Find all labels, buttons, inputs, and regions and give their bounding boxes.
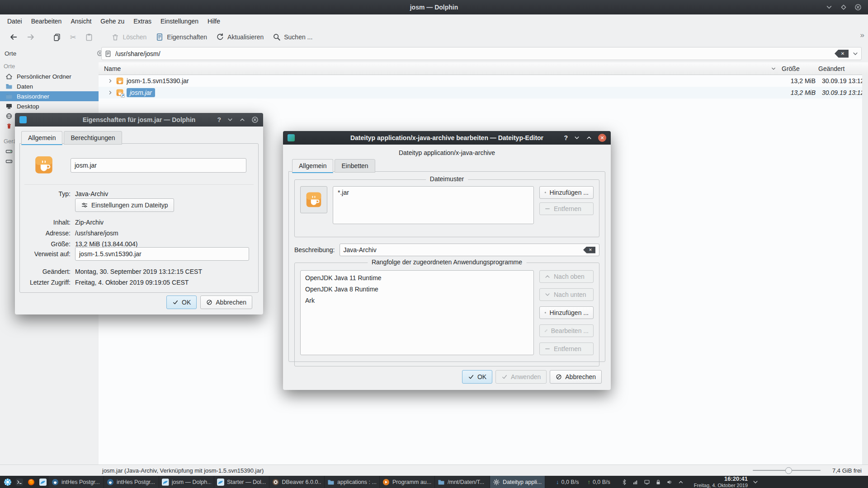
location-path[interactable]: /usr/share/josm/ xyxy=(115,50,831,57)
display-icon[interactable] xyxy=(644,479,650,485)
task-button[interactable]: intHes Postgr... xyxy=(49,476,104,488)
paste-button[interactable] xyxy=(81,30,97,44)
firefox-launcher[interactable] xyxy=(25,476,37,488)
add-app-button[interactable]: Hinzufügen ... xyxy=(539,306,594,319)
maximize-icon[interactable] xyxy=(239,117,245,123)
file-row-jar[interactable]: josm-1.5.svn15390.jar 13,2 MiB 30.09.19 … xyxy=(99,75,868,87)
filename-field[interactable]: josm.jar xyxy=(71,158,246,173)
delete-button[interactable]: Löschen xyxy=(107,30,151,44)
remove-pattern-button[interactable]: Entfernen xyxy=(539,202,594,215)
network-monitor[interactable]: ↓ 0,0 B/s ↑ 0,0 B/s xyxy=(556,479,610,485)
location-bar[interactable]: /usr/share/josm/ ✕ xyxy=(101,47,862,60)
tab-allgemein[interactable]: Allgemein xyxy=(21,131,62,145)
app-item[interactable]: OpenJDK Java 11 Runtime xyxy=(301,272,533,284)
file-row-josm-link[interactable]: josm.jar 13,2 MiB 30.09.19 13:12 xyxy=(99,87,868,99)
properties-dialog-titlebar[interactable]: Eigenschaften für josm.jar — Dolphin ? xyxy=(15,113,263,127)
zoom-slider[interactable] xyxy=(753,466,821,474)
column-header-name[interactable]: Name xyxy=(99,65,780,72)
add-pattern-button[interactable]: Hinzufügen ... xyxy=(539,186,594,199)
place-label: Desktop xyxy=(17,103,39,110)
forward-button[interactable] xyxy=(23,30,39,44)
clock[interactable]: 16:20:41 Freitag, 4. Oktober 2019 xyxy=(694,476,748,488)
task-button[interactable]: applications : ... xyxy=(325,476,380,488)
clear-description-icon[interactable]: ✕ xyxy=(583,247,595,253)
cancel-button[interactable]: Abbrechen xyxy=(200,296,252,309)
menu-einstellungen[interactable]: Einstellungen xyxy=(156,15,203,27)
minimize-icon[interactable] xyxy=(574,135,580,141)
dolphin-titlebar[interactable]: josm — Dolphin xyxy=(0,0,868,14)
tab-einbetten[interactable]: Einbetten xyxy=(335,159,375,173)
task-button[interactable]: Programm au... xyxy=(380,476,435,488)
help-icon[interactable]: ? xyxy=(217,116,221,123)
column-header-modified[interactable]: Geändert xyxy=(816,65,868,72)
volume-icon[interactable] xyxy=(666,479,673,485)
lock-icon[interactable] xyxy=(655,479,661,485)
search-button[interactable]: Suchen ... xyxy=(269,30,316,44)
column-header-size[interactable]: Größe xyxy=(780,65,816,72)
dolphin-launcher[interactable] xyxy=(37,476,49,488)
close-icon[interactable]: ✕ xyxy=(598,134,606,142)
terminal-launcher[interactable] xyxy=(14,476,25,488)
refresh-button[interactable]: Aktualisieren xyxy=(212,30,268,44)
task-button-active[interactable]: Dateityp appli... xyxy=(490,476,545,488)
location-dropdown-icon[interactable] xyxy=(852,51,859,57)
tab-berechtigungen[interactable]: Berechtigungen xyxy=(64,131,122,145)
edit-app-button[interactable]: Bearbeiten ... xyxy=(539,324,594,337)
close-icon[interactable] xyxy=(854,4,862,11)
points-to-field[interactable]: josm-1.5.svn15390.jar xyxy=(75,247,249,261)
vertical-scrollbar[interactable] xyxy=(862,75,868,465)
task-button[interactable]: /mnt/Daten/T... xyxy=(435,476,490,488)
remove-app-button[interactable]: Entfernen xyxy=(539,343,594,355)
description-field[interactable]: Java-Archiv ✕ xyxy=(340,244,599,256)
place-item-basisordner[interactable]: Basisordner xyxy=(0,91,99,101)
expand-chevron-icon[interactable] xyxy=(108,90,113,95)
minimize-icon[interactable] xyxy=(826,4,833,11)
app-launcher-button[interactable] xyxy=(2,476,14,488)
menu-hilfe[interactable]: Hilfe xyxy=(203,15,225,27)
task-button[interactable]: intHes Postgr... xyxy=(104,476,159,488)
pattern-item[interactable]: *.jar xyxy=(338,189,529,196)
task-button[interactable]: DBeaver 6.0.0... xyxy=(269,476,325,488)
close-icon[interactable] xyxy=(251,116,259,123)
help-icon[interactable]: ? xyxy=(564,134,568,141)
task-button[interactable]: josm — Dolph... xyxy=(159,476,214,488)
ok-button[interactable]: OK xyxy=(462,370,492,384)
cancel-button[interactable]: Abbrechen xyxy=(550,370,602,384)
move-down-button[interactable]: Nach unten xyxy=(539,288,594,301)
place-item-home[interactable]: Persönlicher Ordner xyxy=(0,71,99,81)
maximize-icon[interactable] xyxy=(586,135,592,141)
expand-chevron-icon[interactable] xyxy=(108,78,113,84)
tab-allgemein[interactable]: Allgemein xyxy=(292,159,333,173)
properties-button[interactable]: Eigenschaften xyxy=(151,30,211,44)
move-up-button[interactable]: Nach oben xyxy=(539,270,594,283)
task-button[interactable]: Starter — Dol... xyxy=(214,476,269,488)
panel-notifier-icon[interactable] xyxy=(752,479,759,485)
copy-button[interactable] xyxy=(49,30,65,44)
menu-extras[interactable]: Extras xyxy=(129,15,156,27)
cut-button[interactable]: ✂ xyxy=(66,30,80,44)
menu-gehe-zu[interactable]: Gehe zu xyxy=(96,15,129,27)
app-item[interactable]: OpenJDK Java 8 Runtime xyxy=(301,284,533,295)
app-item[interactable]: Ark xyxy=(301,295,533,306)
place-item-desktop[interactable]: Desktop xyxy=(0,101,99,111)
toolbar-overflow-icon[interactable]: » xyxy=(860,31,864,40)
patterns-list[interactable]: *.jar xyxy=(333,186,534,224)
apply-button[interactable]: Anwenden xyxy=(495,370,547,384)
tray-expand-icon[interactable] xyxy=(678,479,684,485)
filetype-icon-button[interactable] xyxy=(300,186,327,213)
back-button[interactable] xyxy=(5,30,22,44)
zoom-slider-handle[interactable] xyxy=(785,467,792,474)
maximize-icon[interactable] xyxy=(840,4,847,11)
ok-button[interactable]: OK xyxy=(166,296,197,309)
network-signal-icon[interactable] xyxy=(632,479,639,485)
bluetooth-icon[interactable] xyxy=(621,479,627,485)
place-item-daten[interactable]: Daten xyxy=(0,81,99,91)
clear-location-icon[interactable]: ✕ xyxy=(835,50,849,58)
filetype-dialog-titlebar[interactable]: Dateityp application/x-java-archive bear… xyxy=(283,131,611,145)
menu-datei[interactable]: Datei xyxy=(3,15,27,27)
filetype-settings-button[interactable]: Einstellungen zum Dateityp xyxy=(75,198,174,212)
minimize-icon[interactable] xyxy=(227,117,233,123)
apps-list[interactable]: OpenJDK Java 11 Runtime OpenJDK Java 8 R… xyxy=(300,270,534,355)
menu-bearbeiten[interactable]: Bearbeiten xyxy=(27,15,66,27)
menu-ansicht[interactable]: Ansicht xyxy=(66,15,96,27)
